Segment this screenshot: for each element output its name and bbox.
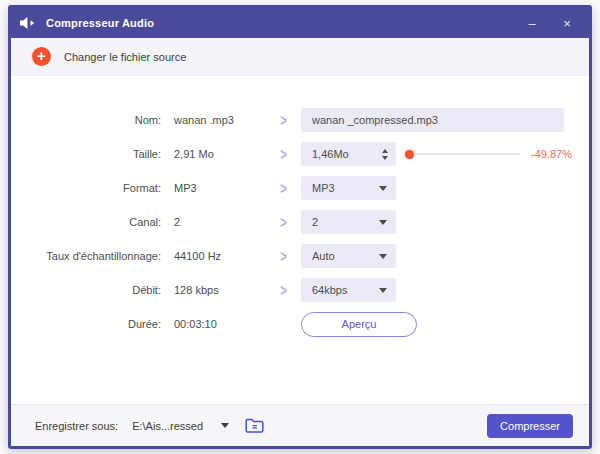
footer-bar: Enregistrer sous: E:\Ais...ressed Compre… (11, 404, 589, 446)
slider-handle[interactable] (405, 150, 414, 159)
format-label: Format: (11, 182, 161, 194)
target-size-value: 1,46Mo (312, 148, 349, 160)
folder-icon (245, 418, 264, 433)
arrow-right-icon: > (270, 179, 298, 197)
bitrate-source-value: 128 kbps (161, 284, 266, 296)
browse-folder-button[interactable] (245, 418, 264, 433)
window-title: Compresseur Audio (46, 17, 154, 29)
size-slider[interactable] (405, 150, 520, 159)
stepper-up-icon[interactable] (382, 149, 388, 153)
row-name: Nom: wanan .mp3 > (11, 103, 589, 137)
close-button[interactable]: × (554, 11, 580, 35)
save-as-label: Enregistrer sous: (35, 420, 118, 432)
duration-value: 00:03:10 (161, 318, 266, 330)
reduction-percent: -49.87% (531, 148, 572, 160)
format-select[interactable]: MP3 (301, 176, 396, 200)
minimize-button[interactable]: – (519, 11, 545, 35)
format-source-value: MP3 (161, 182, 266, 194)
chevron-down-icon (379, 220, 387, 225)
chevron-down-icon (379, 254, 387, 259)
row-channel: Canal: 2 > 2 (11, 205, 589, 239)
row-duration: Durée: 00:03:10 Aperçu (11, 307, 589, 341)
row-format: Format: MP3 > MP3 (11, 171, 589, 205)
preview-button[interactable]: Aperçu (301, 312, 417, 337)
channel-select[interactable]: 2 (301, 210, 396, 234)
format-selected-value: MP3 (312, 182, 335, 194)
slider-track[interactable] (414, 153, 520, 155)
row-bitrate: Débit: 128 kbps > 64kbps (11, 273, 589, 307)
stepper-arrows[interactable] (382, 149, 388, 160)
size-source-value: 2,91 Mo (161, 148, 266, 160)
chevron-down-icon (379, 288, 387, 293)
path-dropdown-icon[interactable] (221, 423, 229, 428)
bitrate-select[interactable]: 64kbps (301, 278, 396, 302)
arrow-right-icon: > (270, 111, 298, 129)
duration-label: Durée: (11, 318, 161, 330)
output-name-input[interactable] (301, 108, 564, 132)
sample-rate-label: Taux d'échantillonnage: (11, 250, 161, 262)
bitrate-label: Débit: (11, 284, 161, 296)
bitrate-selected-value: 64kbps (312, 284, 347, 296)
row-sample-rate: Taux d'échantillonnage: 44100 Hz > Auto (11, 239, 589, 273)
source-band: + Changer le fichier source (11, 38, 589, 76)
stepper-down-icon[interactable] (382, 156, 388, 160)
row-size: Taille: 2,91 Mo > 1,46Mo -4 (11, 137, 589, 171)
arrow-right-icon: > (270, 145, 298, 163)
arrow-right-icon: > (270, 213, 298, 231)
name-label: Nom: (11, 114, 161, 126)
size-label: Taille: (11, 148, 161, 160)
save-path-value[interactable]: E:\Ais...ressed (132, 420, 203, 432)
sample-rate-select[interactable]: Auto (301, 244, 396, 268)
name-source-value: wanan .mp3 (161, 114, 266, 126)
sample-rate-source-value: 44100 Hz (161, 250, 266, 262)
arrow-right-icon: > (270, 281, 298, 299)
title-bar: Compresseur Audio – × (11, 8, 589, 38)
compressor-window: Compresseur Audio – × + Changer le fichi… (8, 5, 592, 449)
speaker-icon (20, 17, 37, 29)
sample-rate-selected-value: Auto (312, 250, 335, 262)
chevron-down-icon (379, 186, 387, 191)
change-source-label[interactable]: Changer le fichier source (64, 51, 186, 63)
target-size-stepper[interactable]: 1,46Mo (301, 142, 396, 166)
channel-label: Canal: (11, 216, 161, 228)
channel-selected-value: 2 (312, 216, 318, 228)
compress-button[interactable]: Compresser (487, 414, 573, 438)
arrow-right-icon: > (270, 247, 298, 265)
desktop-background: Compresseur Audio – × + Changer le fichi… (0, 0, 600, 454)
add-file-icon[interactable]: + (32, 47, 51, 66)
settings-form: Nom: wanan .mp3 > Taille: 2,91 Mo > 1,46… (11, 76, 589, 404)
channel-source-value: 2 (161, 216, 266, 228)
